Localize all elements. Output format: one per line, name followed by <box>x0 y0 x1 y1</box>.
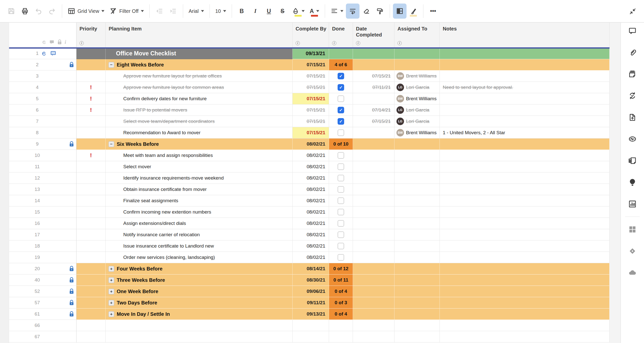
assigned-to-cell[interactable] <box>394 263 440 275</box>
assigned-to-cell[interactable] <box>394 331 440 342</box>
priority-cell[interactable] <box>76 173 106 184</box>
done-cell[interactable] <box>329 252 353 263</box>
checkbox-unchecked[interactable] <box>338 254 344 261</box>
wrap-text-button[interactable] <box>346 4 359 19</box>
checkbox-checked[interactable] <box>338 84 344 91</box>
complete-by-cell[interactable]: 07/15/21 <box>293 71 329 82</box>
checkbox-unchecked[interactable] <box>338 243 344 249</box>
assigned-to-cell[interactable] <box>394 241 440 252</box>
date-completed-cell[interactable] <box>353 320 394 331</box>
collapse-row-button[interactable]: − <box>108 141 114 147</box>
italic-button[interactable]: I <box>249 4 262 19</box>
checkbox-checked[interactable] <box>338 73 344 79</box>
indent-button[interactable] <box>166 4 180 19</box>
row-number-cell[interactable]: 40 <box>9 275 76 286</box>
date-completed-cell[interactable] <box>353 275 394 286</box>
complete-by-cell[interactable]: 08/02/21 <box>293 173 329 184</box>
redo-button[interactable] <box>45 4 59 19</box>
info-icon[interactable] <box>296 41 300 45</box>
done-cell[interactable] <box>329 71 353 82</box>
row-number-cell[interactable]: 11 <box>9 161 76 173</box>
planning-item-cell[interactable]: Confirm incoming new extention numbers <box>106 207 293 218</box>
complete-by-cell[interactable]: 08/02/21 <box>293 207 329 218</box>
planning-item-cell[interactable]: +Four Weeks Before <box>106 263 293 275</box>
priority-cell[interactable] <box>76 59 106 71</box>
rail-activity-log-button[interactable] <box>628 134 637 144</box>
row-number-cell[interactable]: 13 <box>9 184 76 195</box>
filter-button[interactable]: Filter Off <box>107 4 146 19</box>
priority-cell[interactable] <box>76 308 106 320</box>
done-cell[interactable]: 0 of 4 <box>329 286 353 297</box>
print-button[interactable] <box>18 4 32 19</box>
complete-by-cell[interactable]: 07/15/21 <box>293 59 329 71</box>
checkbox-unchecked[interactable] <box>338 129 344 136</box>
planning-item-cell[interactable]: Confirm delivery dates for new furniture <box>106 93 293 105</box>
complete-by-cell[interactable]: 08/02/21 <box>293 229 329 241</box>
planning-item-cell[interactable]: Recommendation to Award to mover <box>106 127 293 139</box>
save-button[interactable] <box>5 4 18 19</box>
row-number-cell[interactable]: 66 <box>9 320 76 331</box>
bold-button[interactable]: B <box>235 4 249 19</box>
row-number-cell[interactable]: 57 <box>9 297 76 308</box>
complete-by-cell[interactable]: 07/15/21 <box>293 127 329 139</box>
priority-cell[interactable]: ! <box>76 105 106 116</box>
date-completed-cell[interactable] <box>353 241 394 252</box>
notes-cell[interactable] <box>440 320 610 331</box>
clear-format-button[interactable] <box>359 4 373 19</box>
priority-cell[interactable] <box>76 241 106 252</box>
complete-by-cell[interactable]: 08/02/21 <box>293 150 329 161</box>
notes-cell[interactable] <box>440 71 610 82</box>
priority-cell[interactable]: ! <box>76 93 106 105</box>
date-completed-cell[interactable] <box>353 308 394 320</box>
complete-by-cell[interactable]: 07/15/21 <box>293 82 329 93</box>
complete-by-cell[interactable]: 09/13/21 <box>293 308 329 320</box>
date-completed-cell[interactable] <box>353 286 394 297</box>
row-number-cell[interactable]: 12 <box>9 173 76 184</box>
planning-item-cell[interactable] <box>106 320 293 331</box>
info-icon[interactable] <box>332 41 336 45</box>
notes-cell[interactable] <box>440 195 610 207</box>
notes-cell[interactable] <box>440 275 610 286</box>
notes-cell[interactable]: Need to send layout for approval. <box>440 82 610 93</box>
rail-work-insights-button[interactable] <box>628 199 637 209</box>
priority-cell[interactable] <box>76 252 106 263</box>
row-number-cell[interactable]: 1 <box>9 48 76 59</box>
info-icon[interactable] <box>356 41 360 45</box>
done-cell[interactable]: 0 of 10 <box>329 139 353 150</box>
planning-item-cell[interactable]: Select mover <box>106 161 293 173</box>
checkbox-unchecked[interactable] <box>338 209 344 215</box>
priority-cell[interactable]: ! <box>76 150 106 161</box>
notes-cell[interactable]: 1 - United Movers, 2 - All Star <box>440 127 610 139</box>
notes-cell[interactable] <box>440 116 610 127</box>
rail-proofs-button[interactable] <box>628 70 637 79</box>
notes-cell[interactable] <box>440 184 610 195</box>
priority-cell[interactable] <box>76 320 106 331</box>
done-cell[interactable] <box>329 207 353 218</box>
date-completed-cell[interactable]: 07/14/21 <box>353 105 394 116</box>
notes-cell[interactable] <box>440 331 610 342</box>
rail-comments-button[interactable] <box>628 26 637 35</box>
collapse-panel-button[interactable] <box>626 4 639 19</box>
more-button[interactable]: ••• <box>426 4 440 19</box>
date-completed-cell[interactable] <box>353 195 394 207</box>
rail-cloud-button[interactable] <box>628 268 637 277</box>
date-completed-cell[interactable] <box>353 297 394 308</box>
complete-by-cell[interactable]: 09/06/21 <box>293 286 329 297</box>
assigned-to-cell[interactable] <box>394 207 440 218</box>
complete-by-cell[interactable]: 08/02/21 <box>293 184 329 195</box>
planning-item-cell[interactable]: Identify insurance requirements-move wee… <box>106 173 293 184</box>
planning-item-cell[interactable]: Approve new furniture layout for common … <box>106 82 293 93</box>
checkbox-unchecked[interactable] <box>338 220 344 227</box>
format-painter-button[interactable] <box>373 4 387 19</box>
planning-item-cell[interactable]: Obtain insurance certificate from mover <box>106 184 293 195</box>
done-cell[interactable]: 0 of 4 <box>329 308 353 320</box>
checkbox-unchecked[interactable] <box>338 152 344 159</box>
assigned-to-cell[interactable] <box>394 195 440 207</box>
row-number-cell[interactable]: 61 <box>9 308 76 320</box>
done-cell[interactable] <box>329 105 353 116</box>
planning-item-cell[interactable] <box>106 331 293 342</box>
date-completed-cell[interactable] <box>353 252 394 263</box>
view-selector-button[interactable]: Grid View <box>65 4 107 19</box>
rail-diamond-button[interactable] <box>628 247 637 256</box>
expand-row-button[interactable]: + <box>108 311 114 317</box>
